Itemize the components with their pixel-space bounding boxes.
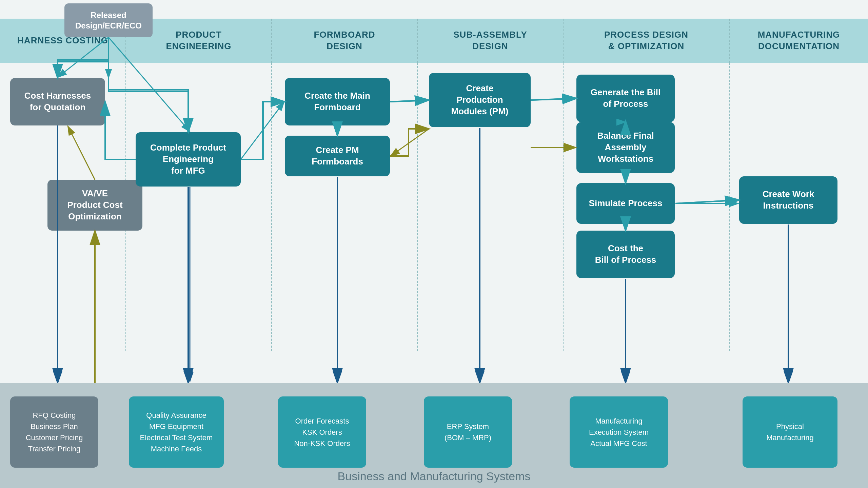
node-vave: VA/VEProduct CostOptimization <box>47 180 142 231</box>
node-cost-harnesses: Cost Harnessesfor Quotation <box>10 78 105 125</box>
divider-2 <box>271 63 272 351</box>
node-cost-bop: Cost theBill of Process <box>576 231 675 278</box>
header-formboard: FORMBOARDDESIGN <box>271 19 417 63</box>
bottom-node-erp: ERP System(BOM – MRP) <box>424 396 512 468</box>
svg-line-8 <box>68 126 95 180</box>
bottom-node-mes: ManufacturingExecution SystemActual MFG … <box>570 396 668 468</box>
node-balance-final: Balance FinalAssemblyWorkstations <box>576 122 675 173</box>
svg-line-9 <box>241 102 284 159</box>
bottom-node-rfq: RFQ CostingBusiness PlanCustomer Pricing… <box>10 396 98 468</box>
header-subassembly: SUB-ASSEMBLYDESIGN <box>417 19 563 63</box>
node-pm-formboards: Create PMFormboards <box>285 136 390 176</box>
divider-5 <box>729 63 730 351</box>
svg-line-11 <box>391 129 429 156</box>
node-production-modules: CreateProductionModules (PM) <box>429 73 531 127</box>
svg-line-54 <box>391 100 428 102</box>
bottom-section: RFQ CostingBusiness PlanCustomer Pricing… <box>0 383 868 488</box>
svg-line-56 <box>531 99 576 100</box>
bottom-node-orders: Order ForecastsKSK OrdersNon-KSK Orders <box>278 396 366 468</box>
header-mfg: MANUFACTURINGDOCUMENTATION <box>729 19 868 63</box>
bottom-node-physical: PhysicalManufacturing <box>743 396 837 468</box>
divider-3 <box>417 63 418 351</box>
svg-line-36 <box>390 100 428 102</box>
header-process: PROCESS DESIGN& OPTIMIZATION <box>563 19 729 63</box>
svg-line-38 <box>531 98 576 100</box>
node-simulate-process: Simulate Process <box>576 183 675 224</box>
node-released: ReleasedDesign/ECR/ECO <box>64 3 153 37</box>
node-main-formboard: Create the MainFormboard <box>285 78 390 125</box>
bottom-label: Business and Manufacturing Systems <box>338 470 531 483</box>
svg-line-10 <box>390 100 428 102</box>
svg-line-12 <box>531 98 576 100</box>
bottom-node-quality: Quality AssuranceMFG EquipmentElectrical… <box>129 396 224 468</box>
diagram-container: HARNESS COSTING PRODUCTENGINEERING FORMB… <box>0 0 868 488</box>
node-create-work: Create WorkInstructions <box>739 176 837 224</box>
node-generate-bop: Generate the Billof Process <box>576 75 675 122</box>
divider-4 <box>563 63 564 351</box>
node-complete-product: Complete ProductEngineeringfor MFG <box>136 132 241 187</box>
